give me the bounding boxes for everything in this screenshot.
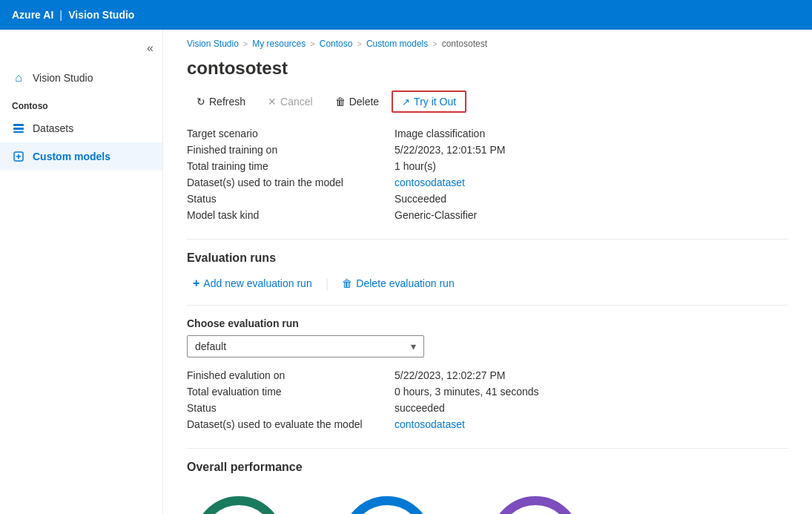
custom-models-icon	[12, 150, 25, 163]
divider-2	[187, 305, 788, 306]
eval-dataset-link[interactable]: contosodataset	[395, 418, 465, 430]
dataset-train-label: Dataset(s) used to train the model	[187, 177, 395, 188]
breadcrumb-sep-0: >	[243, 39, 248, 48]
eval-actions: + Add new evaluation run | 🗑 Delete eval…	[187, 274, 788, 293]
eval-details-table: Finished evalution on 5/22/2023, 12:02:2…	[187, 369, 788, 430]
sidebar-item-datasets[interactable]: Datasets	[0, 114, 162, 142]
cancel-label: Cancel	[280, 96, 313, 108]
divider-1	[187, 239, 788, 240]
status-label: Status	[187, 193, 395, 205]
delete-evaluation-button[interactable]: 🗑 Delete evaluation run	[336, 274, 460, 292]
eval-total-time-value: 0 hours, 3 minutes, 41 seconds	[395, 386, 788, 398]
eval-dataset-label: Dataset(s) used to evaluate the model	[187, 418, 395, 430]
model-task-value: Generic-Classifier	[395, 209, 788, 221]
gauge-item-2: 100.0%Accuracy - Top 5 i	[483, 486, 587, 514]
sidebar: « ⌂ Vision Studio Contoso Datasets Custo…	[0, 30, 163, 514]
sidebar-item-custom-models[interactable]: Custom models	[0, 142, 162, 171]
breadcrumb-item-0[interactable]: Vision Studio	[187, 39, 239, 49]
svg-rect-0	[13, 124, 24, 126]
breadcrumb: Vision Studio > My resources > Contoso >…	[187, 30, 788, 55]
appname-label: Vision Studio	[68, 9, 134, 21]
add-evaluation-button[interactable]: + Add new evaluation run	[187, 274, 318, 293]
model-task-label: Model task kind	[187, 209, 395, 221]
finished-training-value: 5/22/2023, 12:01:51 PM	[395, 144, 788, 156]
chevron-down-icon: ▾	[411, 340, 416, 352]
sidebar-datasets-label: Datasets	[33, 122, 73, 134]
eval-status-label: Status	[187, 402, 395, 414]
page-title: contosotest	[187, 58, 788, 79]
topbar-separator: |	[59, 9, 62, 21]
sidebar-section-label: Contoso	[0, 92, 162, 114]
add-evaluation-label: Add new evaluation run	[203, 277, 311, 289]
delete-eval-icon: 🗑	[342, 277, 352, 289]
eval-total-time-label: Total evaluation time	[187, 386, 395, 398]
delete-evaluation-label: Delete evaluation run	[356, 277, 454, 289]
datasets-icon	[12, 122, 25, 135]
add-icon: +	[193, 277, 199, 290]
perf-gauges: 100.0%Average precision i96.9%Accuracy -…	[187, 486, 788, 514]
delete-label: Delete	[349, 96, 379, 108]
sidebar-custom-models-label: Custom models	[33, 151, 110, 162]
eval-dropdown[interactable]: default ▾	[187, 335, 424, 358]
gauge-svg-0: 100.0%	[187, 486, 291, 514]
sidebar-item-home[interactable]: ⌂ Vision Studio	[0, 64, 162, 92]
dataset-train-value: contosodataset	[395, 177, 788, 188]
sidebar-collapse-area: «	[0, 36, 162, 64]
refresh-button[interactable]: ↻ Refresh	[187, 91, 255, 112]
total-training-value: 1 hour(s)	[395, 160, 788, 172]
refresh-label: Refresh	[209, 96, 245, 108]
total-training-label: Total training time	[187, 160, 395, 172]
performance-section-heading: Overall performance	[187, 461, 788, 474]
refresh-icon: ↻	[197, 96, 205, 108]
choose-eval-label: Choose evaluation run	[187, 317, 788, 329]
brand-label: Azure AI	[12, 9, 53, 21]
eval-finished-label: Finished evalution on	[187, 369, 395, 381]
cancel-icon: ✕	[268, 96, 277, 108]
target-scenario-value: Image classification	[395, 128, 788, 139]
toolbar: ↻ Refresh ✕ Cancel 🗑 Delete ↗ Try it Out	[187, 90, 788, 113]
model-info-table: Target scenario Image classification Fin…	[187, 128, 788, 221]
gauge-item-0: 100.0%Average precision i	[187, 486, 291, 514]
try-it-out-icon: ↗	[402, 96, 410, 108]
gauge-svg-1: 96.9%	[335, 486, 439, 514]
home-icon: ⌂	[12, 71, 25, 85]
breadcrumb-item-1[interactable]: My resources	[252, 39, 306, 49]
breadcrumb-item-2[interactable]: Contoso	[320, 39, 353, 49]
try-it-out-button[interactable]: ↗ Try it Out	[392, 90, 466, 113]
main-content: Vision Studio > My resources > Contoso >…	[163, 30, 812, 514]
cancel-button[interactable]: ✕ Cancel	[258, 91, 323, 112]
try-it-out-label: Try it Out	[414, 96, 456, 108]
sidebar-collapse-button[interactable]: «	[144, 39, 156, 58]
gauge-svg-2: 100.0%	[483, 486, 587, 514]
delete-button[interactable]: 🗑 Delete	[326, 91, 389, 112]
breadcrumb-sep-2: >	[357, 39, 361, 48]
dataset-train-link[interactable]: contosodataset	[395, 177, 465, 188]
eval-finished-value: 5/22/2023, 12:02:27 PM	[395, 369, 788, 381]
svg-rect-1	[13, 128, 24, 130]
status-value: Succeeded	[395, 193, 788, 205]
sidebar-home-label: Vision Studio	[33, 72, 93, 84]
breadcrumb-item-4: contosotest	[442, 39, 487, 49]
breadcrumb-sep-1: >	[310, 39, 314, 48]
svg-rect-2	[13, 131, 24, 133]
eval-sep: |	[326, 276, 329, 291]
target-scenario-label: Target scenario	[187, 128, 395, 139]
eval-dataset-value: contosodataset	[395, 418, 788, 430]
delete-icon: 🗑	[335, 96, 346, 108]
breadcrumb-sep-3: >	[432, 39, 437, 48]
gauge-item-1: 96.9%Accuracy - Top 1 i	[335, 486, 439, 514]
eval-status-value: succeeded	[395, 402, 788, 414]
app-layout: « ⌂ Vision Studio Contoso Datasets Custo…	[0, 30, 812, 514]
eval-dropdown-value: default	[195, 340, 226, 352]
evaluation-section-heading: Evaluation runs	[187, 251, 788, 265]
finished-training-label: Finished training on	[187, 144, 395, 156]
breadcrumb-item-3[interactable]: Custom models	[366, 39, 428, 49]
divider-3	[187, 448, 788, 449]
topbar: Azure AI | Vision Studio	[0, 0, 812, 30]
